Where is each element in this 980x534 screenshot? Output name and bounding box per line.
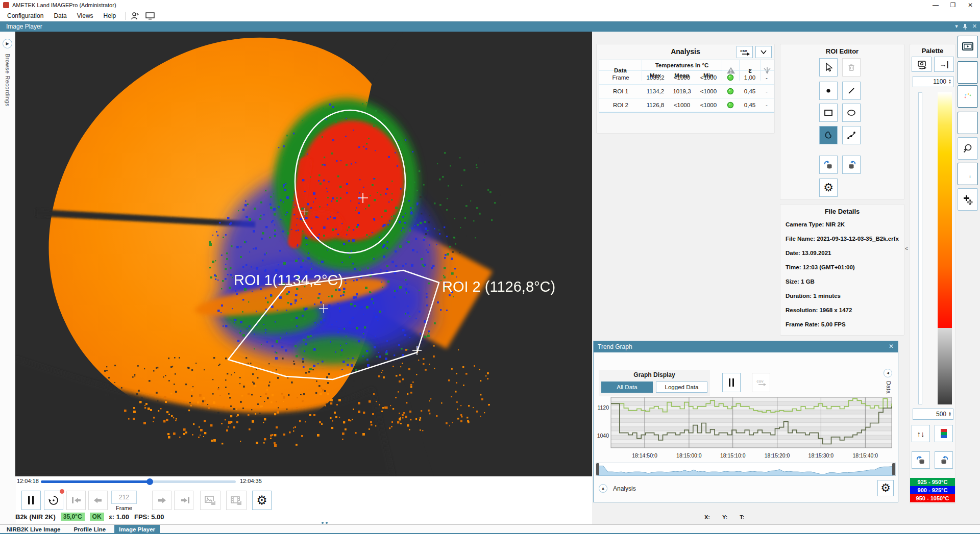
strip-palette-button[interactable] [958, 85, 978, 108]
timeline-track[interactable] [41, 480, 236, 483]
menu-item-views[interactable]: Views [72, 11, 99, 21]
dock-close-icon[interactable]: ✕ [972, 23, 977, 30]
y-coordinate-label: Y: [722, 514, 727, 520]
table-row[interactable]: Frame1035,2<1000<10001,00- [599, 71, 774, 85]
menu-item-configuration[interactable]: Configuration [2, 11, 48, 21]
cursor-icon [823, 62, 834, 72]
splitter-handle-dot[interactable] [322, 522, 324, 524]
monitor-icon[interactable] [145, 12, 155, 20]
skip-to-end-button[interactable] [174, 491, 193, 510]
step-forward-button[interactable] [152, 491, 172, 510]
logged-data-label: Logged Data [665, 384, 699, 390]
save-image-button[interactable] [200, 491, 220, 510]
thermal-image: ROI 1(1134,2°C) ROI 2 (1126,8°C) [15, 32, 592, 476]
graph-display-label: Graph Display [599, 371, 710, 378]
roi-undo-button[interactable] [819, 156, 838, 174]
strip-data-table-button[interactable] [958, 61, 978, 84]
thermal-image-view[interactable]: ROI 1(1134,2°C) ROI 2 (1126,8°C) [15, 32, 592, 476]
trend-pause-button[interactable] [722, 373, 741, 392]
roi-settings-button[interactable]: ⚙ [819, 179, 838, 197]
splitter-handle-dot[interactable] [326, 522, 328, 524]
strip-add-view-button[interactable] [958, 188, 978, 211]
roi-rectangle-tool-button[interactable] [819, 104, 838, 122]
all-data-toggle[interactable]: All Data [601, 382, 653, 393]
palette-slider-track[interactable] [918, 92, 922, 404]
skip-to-start-button[interactable] [66, 491, 86, 510]
roi-ellipse-tool-button[interactable] [842, 104, 861, 122]
palette-min-input[interactable]: 500 ▲▼ [913, 409, 953, 420]
player-settings-button[interactable]: ⚙ [252, 491, 272, 510]
palette-auto-scale-button[interactable] [912, 57, 932, 72]
palette-undo-button[interactable] [912, 451, 930, 469]
palette-redo-button[interactable] [935, 451, 953, 469]
roi-point-tool-button[interactable] [819, 82, 838, 100]
dock-pin-icon[interactable] [963, 23, 968, 30]
trend-analysis-collapse-button[interactable]: ▲ [599, 484, 607, 493]
trend-data-collapse-button[interactable]: ◄ [884, 369, 892, 377]
palette-collapse-handle[interactable]: < [905, 246, 908, 251]
row-min: <1000 [695, 85, 722, 98]
spinner-arrows-icon[interactable]: ▲▼ [948, 412, 951, 417]
strip-zoom-button[interactable] [958, 137, 978, 160]
loop-button[interactable] [44, 491, 63, 510]
roi-freehand-tool-button[interactable] [819, 126, 838, 144]
svg-text:18:15:40:0: 18:15:40:0 [852, 452, 878, 459]
roi-editor-panel: ROI Editor ⚙ [780, 44, 904, 200]
pause-button[interactable] [21, 491, 41, 510]
table-row[interactable]: ROI 21126,8<1000<10000,45- [599, 98, 774, 112]
all-data-label: All Data [617, 384, 637, 390]
timeline-thumb[interactable] [146, 478, 153, 485]
roi-select-tool-button[interactable] [819, 58, 838, 77]
palette-span-button[interactable]: →| [934, 57, 954, 72]
svg-text:1040: 1040 [597, 433, 609, 439]
table-row[interactable]: ROI 11134,21019,3<10000,45- [599, 85, 774, 98]
trend-close-icon[interactable]: ✕ [889, 343, 894, 350]
user-switch-icon[interactable] [130, 11, 141, 20]
trend-graph-header[interactable]: Trend Graph ✕ [594, 341, 898, 352]
step-back-button[interactable] [88, 491, 108, 510]
roi-redo-button[interactable] [842, 156, 861, 174]
line-icon [847, 86, 856, 95]
roi-delete-button[interactable] [842, 58, 861, 77]
save-image-icon [204, 495, 216, 505]
isotherm-legend: 925 - 950°C900 - 925°C950 - 1050°C [910, 478, 955, 502]
close-button[interactable]: ✕ [962, 0, 979, 10]
roi-polyline-tool-button[interactable] [842, 126, 861, 144]
logged-data-toggle[interactable]: Logged Data [656, 382, 707, 393]
row-extra: - [761, 85, 773, 98]
spinner-arrows-icon[interactable]: ▲▼ [948, 79, 951, 84]
image-dots-icon [962, 118, 973, 128]
dock-menu-icon[interactable]: ▾ [955, 23, 958, 30]
trend-data-tab[interactable]: Data [886, 381, 892, 394]
strip-image-player-button[interactable] [958, 36, 978, 58]
trend-overview-scrollbar[interactable] [596, 463, 896, 476]
roi-line-tool-button[interactable] [842, 82, 861, 100]
palette-invert-button[interactable]: ↑↓ [912, 425, 930, 442]
export-csv-button[interactable]: csv [737, 46, 753, 58]
trend-chart[interactable]: 18:14:50:018:15:00:018:15:10:018:15:20:0… [596, 397, 896, 463]
trend-graph-panel: Trend Graph ✕ Graph Display All Data Log… [593, 341, 898, 502]
strip-file-info-button[interactable]: i [958, 163, 978, 185]
undo-database-icon [915, 455, 926, 465]
file-details-title: File Details [780, 208, 904, 215]
trend-csv-button[interactable]: csv [752, 373, 770, 392]
restore-button[interactable]: ❐ [944, 0, 962, 10]
analysis-table: Data Temperatures in °C Max Mean Min ε [599, 60, 774, 113]
menu-item-help[interactable]: Help [99, 11, 121, 21]
row-mean: <1000 [669, 71, 695, 84]
file-details-panel: File Details Camera Type: NIR 2KFile Nam… [780, 204, 904, 336]
menu-item-data[interactable]: Data [48, 11, 71, 21]
svg-text:18:15:30:0: 18:15:30:0 [808, 452, 834, 459]
camera-rotate-icon [916, 59, 928, 70]
trend-settings-button[interactable]: ⚙ [877, 480, 894, 496]
t-coordinate-label: T: [740, 514, 744, 520]
analysis-collapse-button[interactable] [755, 46, 772, 58]
save-video-button[interactable] [226, 491, 247, 510]
expand-browse-button[interactable]: ▶ [3, 39, 12, 48]
window-title: AMETEK Land IMAGEPro (Administrator) [12, 2, 116, 8]
freehand-icon [823, 130, 834, 140]
minimize-button[interactable]: — [927, 0, 944, 10]
strip-image-options-button[interactable] [958, 112, 978, 134]
palette-isotherm-button[interactable] [935, 425, 953, 442]
palette-max-input[interactable]: 1100 ▲▼ [913, 76, 953, 87]
